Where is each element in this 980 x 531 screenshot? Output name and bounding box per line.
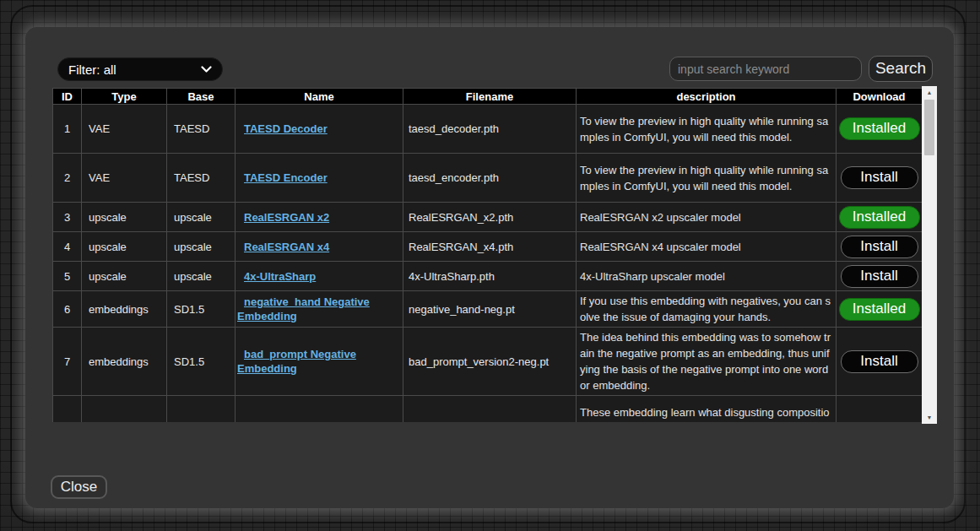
scrollbar-up-arrow[interactable]: ▲	[922, 86, 937, 99]
column-header-description: description	[577, 89, 837, 105]
cell-download	[837, 396, 923, 423]
cell-description: 4x-UltraSharp upscaler model	[577, 262, 837, 291]
table-row: 7embeddingsSD1.5bad_prompt Negative Embe…	[53, 328, 923, 396]
cell-id: 4	[53, 232, 82, 262]
cell-name: TAESD Encoder	[236, 154, 403, 203]
cell-type: VAE	[82, 154, 167, 203]
table-row: These embedding learn what disgusting co…	[53, 396, 923, 423]
cell-id: 6	[53, 291, 82, 328]
cell-name: 4x-UltraSharp	[236, 262, 403, 291]
cell-download: Install	[837, 154, 923, 203]
cell-id: 7	[53, 328, 82, 396]
model-name-link[interactable]: RealESRGAN x4	[244, 241, 329, 253]
model-name-link[interactable]: bad_prompt Negative Embedding	[237, 348, 356, 375]
cell-filename: RealESRGAN_x2.pth	[403, 203, 577, 232]
column-header-id: ID	[53, 89, 82, 105]
cell-base: upscale	[167, 203, 236, 232]
cell-filename: bad_prompt_version2-neg.pt	[403, 328, 577, 396]
install-button[interactable]: Install	[841, 265, 918, 288]
cell-filename: RealESRGAN_x4.pth	[403, 232, 577, 262]
cell-base: SD1.5	[167, 291, 236, 328]
cell-download: Install	[837, 262, 923, 291]
cell-type: upscale	[82, 232, 167, 262]
cell-type: VAE	[82, 105, 167, 154]
model-table-container: IDTypeBaseNameFilenamedescriptionDownloa…	[52, 88, 922, 422]
cell-type: upscale	[82, 262, 167, 291]
column-header-name: Name	[236, 89, 403, 105]
column-header-download: Download	[837, 89, 923, 105]
table-row: 2VAETAESDTAESD Encodertaesd_encoder.pthT…	[53, 154, 923, 203]
cell-base	[167, 396, 236, 423]
cell-download: Installed	[837, 291, 923, 328]
cell-name: negative_hand Negative Embedding	[236, 291, 403, 328]
cell-description: The idea behind this embedding was to so…	[577, 328, 837, 396]
search-button[interactable]: Search	[869, 56, 933, 82]
cell-type: embeddings	[82, 291, 167, 328]
cell-base: upscale	[167, 262, 236, 291]
cell-description: These embedding learn what disgusting co…	[577, 396, 837, 423]
model-name-link[interactable]: TAESD Decoder	[244, 122, 328, 135]
cell-name	[236, 396, 403, 423]
cell-base: SD1.5	[167, 328, 236, 396]
chevron-down-icon	[201, 66, 212, 73]
cell-type	[82, 396, 167, 423]
cell-base: TAESD	[167, 105, 236, 154]
cell-type: upscale	[82, 203, 167, 232]
cell-id: 5	[53, 262, 82, 291]
cell-id	[53, 396, 82, 423]
model-name-link[interactable]: negative_hand Negative Embedding	[237, 295, 370, 322]
scrollbar-down-arrow[interactable]: ▼	[922, 411, 937, 424]
cell-filename: taesd_decoder.pth	[403, 105, 577, 154]
cell-filename	[403, 396, 577, 423]
cell-download: Installed	[837, 105, 923, 154]
cell-description: To view the preview in high quality whil…	[577, 154, 837, 203]
model-name-link[interactable]: 4x-UltraSharp	[244, 270, 316, 283]
cell-description: If you use this embedding with negatives…	[577, 291, 837, 328]
table-header-row: IDTypeBaseNameFilenamedescriptionDownloa…	[53, 89, 923, 105]
cell-name: bad_prompt Negative Embedding	[236, 328, 403, 396]
model-table: IDTypeBaseNameFilenamedescriptionDownloa…	[52, 88, 922, 422]
cell-description: RealESRGAN x4 upscaler model	[577, 232, 837, 262]
column-header-base: Base	[167, 89, 236, 105]
cell-name: TAESD Decoder	[236, 105, 403, 154]
cell-base: upscale	[167, 232, 236, 262]
cell-id: 3	[53, 203, 82, 232]
cell-id: 1	[53, 105, 82, 154]
installed-button[interactable]: Installed	[839, 298, 920, 321]
cell-description: RealESRGAN x2 upscaler model	[577, 203, 837, 232]
filter-select[interactable]: Filter: all	[57, 57, 223, 81]
cell-description: To view the preview in high quality whil…	[577, 105, 837, 154]
installed-button[interactable]: Installed	[839, 206, 920, 229]
cell-filename: negative_hand-neg.pt	[403, 291, 577, 328]
close-button[interactable]: Close	[51, 475, 107, 499]
model-name-link[interactable]: RealESRGAN x2	[244, 211, 329, 224]
cell-download: Install	[837, 328, 923, 396]
table-row: 1VAETAESDTAESD Decodertaesd_decoder.pthT…	[53, 105, 923, 154]
cell-filename: 4x-UltraSharp.pth	[403, 262, 577, 291]
install-button[interactable]: Install	[841, 236, 918, 258]
search-input[interactable]	[669, 57, 862, 81]
table-row: 3upscaleupscaleRealESRGAN x2RealESRGAN_x…	[53, 203, 923, 232]
cell-type: embeddings	[82, 328, 167, 396]
table-row: 5upscaleupscale4x-UltraSharp4x-UltraShar…	[53, 262, 923, 291]
installed-button[interactable]: Installed	[839, 117, 920, 140]
model-install-dialog: Filter: all Search IDTypeBaseNameFilenam…	[25, 27, 954, 508]
install-button[interactable]: Install	[841, 350, 918, 373]
scrollbar-thumb[interactable]	[924, 100, 934, 155]
install-button[interactable]: Install	[841, 166, 918, 189]
cell-download: Install	[837, 232, 923, 262]
cell-name: RealESRGAN x4	[236, 232, 403, 262]
cell-filename: taesd_encoder.pth	[403, 154, 577, 203]
table-row: 4upscaleupscaleRealESRGAN x4RealESRGAN_x…	[53, 232, 923, 262]
column-header-type: Type	[82, 89, 167, 105]
cell-name: RealESRGAN x2	[236, 203, 403, 232]
comfyui-canvas: Filter: all Search IDTypeBaseNameFilenam…	[0, 0, 980, 531]
cell-id: 2	[53, 154, 82, 203]
cell-base: TAESD	[167, 154, 236, 203]
model-name-link[interactable]: TAESD Encoder	[244, 171, 328, 184]
table-scrollbar[interactable]: ▲ ▼	[922, 86, 937, 424]
cell-download: Installed	[837, 203, 923, 232]
table-row: 6embeddingsSD1.5negative_hand Negative E…	[53, 291, 923, 328]
column-header-filename: Filename	[403, 89, 577, 105]
filter-select-label: Filter: all	[68, 62, 116, 77]
